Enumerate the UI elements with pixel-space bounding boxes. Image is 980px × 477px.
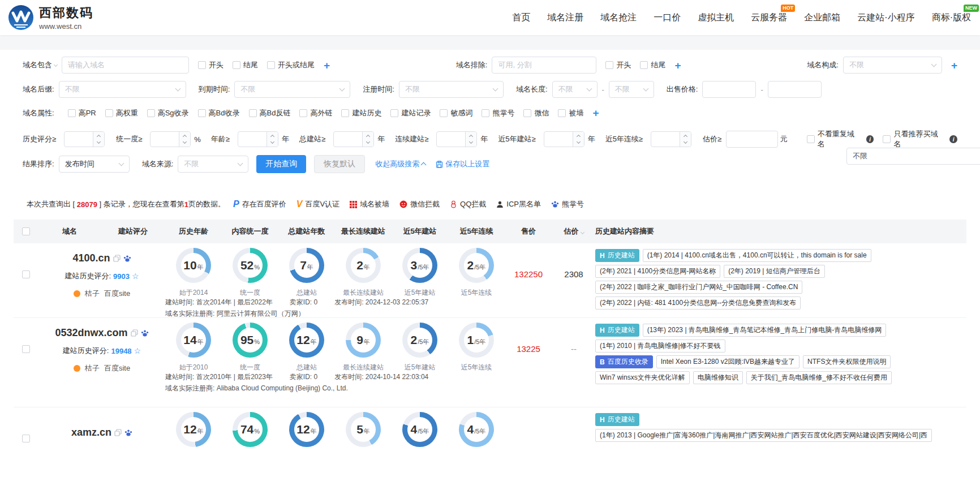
summary-tag[interactable]: Win7 winsxs文件夹优化详解 [595, 371, 690, 384]
domain-name[interactable]: 4100.cn [72, 252, 110, 264]
domain-attr-checkbox[interactable]: 高Sg收录 [147, 108, 189, 118]
price-min-input[interactable] [702, 81, 756, 98]
row-checkbox[interactable] [22, 270, 30, 278]
number-spinner-input[interactable] [544, 131, 584, 147]
nav-item-7[interactable]: 企业邮箱 [804, 12, 840, 24]
domain-attr-checkbox[interactable]: 高Bd收录 [198, 108, 240, 118]
collapse-advanced-search-link[interactable]: 收起高级搜索 [375, 159, 425, 169]
domain-compose-select[interactable]: 不限 [843, 57, 942, 74]
domain-exclude-input[interactable]: 可用, 分割 [492, 57, 596, 74]
domain-length-min-select[interactable]: 不限 [552, 81, 598, 98]
column-header-10[interactable]: 估价 [552, 226, 595, 237]
spinner-arrows[interactable] [179, 132, 190, 147]
summary-tag[interactable]: (13年) 2023 | 青岛电脑维修_青岛笔记本维修_青岛上门修电脑-青岛电脑… [643, 324, 887, 337]
summary-tag[interactable]: (1年) 2014 | 4100.cn域名出售，4100.cn可以转让，this… [643, 249, 871, 262]
add-exclude-condition-button[interactable]: + [674, 60, 681, 71]
domain-attr-checkbox[interactable]: 高外链 [299, 108, 332, 118]
estimate-min-input[interactable] [726, 131, 778, 148]
contains-position-checkbox[interactable]: 开头或结尾 [267, 60, 315, 70]
add-contains-condition-button[interactable]: + [324, 60, 330, 71]
domain-length-max-select[interactable]: 不限 [609, 81, 654, 98]
result-sort-select[interactable]: 发布时间 [59, 156, 130, 173]
nav-item-6[interactable]: 云服务器HOT [751, 12, 787, 24]
price-max-input[interactable] [768, 81, 822, 98]
summary-tag[interactable]: (2年) 2022 | 内链: 481 4100分类信息网--分类信息免费查询和… [595, 296, 801, 310]
spinner-arrows[interactable] [267, 132, 278, 147]
hide-duplicate-domains-checkbox[interactable]: 不看重复域名i [807, 129, 874, 149]
add-attr-condition-button[interactable]: + [592, 108, 599, 118]
domain-suffix-select[interactable]: 不限 [59, 81, 186, 98]
domain-attr-checkbox[interactable]: 高权重 [105, 108, 138, 118]
domain-attr-checkbox[interactable]: 微信 [523, 108, 549, 118]
nav-item-8[interactable]: 云建站·小程序 [857, 12, 914, 24]
summary-tag[interactable]: 电脑维修知识 [693, 371, 743, 384]
baidu-paw-icon[interactable] [141, 329, 149, 337]
domain-name[interactable]: xamz.cn [71, 427, 111, 439]
nav-item-9[interactable]: 商标·版权NEW [932, 12, 971, 24]
domain-attr-checkbox[interactable]: 熊掌号 [482, 108, 514, 118]
juzi-link[interactable]: 桔子 [85, 363, 100, 373]
row-checkbox[interactable] [22, 435, 30, 442]
exclude-position-checkbox[interactable]: 开头 [605, 60, 631, 70]
spinner-arrows[interactable] [465, 132, 476, 147]
summary-tag[interactable]: (1年) 2013 | Google推广|富海360推广|海南网推广|西安网站推… [595, 429, 932, 442]
baidu-site-link[interactable]: 百度site [104, 363, 130, 373]
contains-position-checkbox[interactable]: 开头 [198, 60, 223, 70]
add-compose-condition-button[interactable]: + [951, 60, 957, 71]
nav-item-5[interactable]: 虚拟主机 [698, 12, 734, 24]
domain-attr-checkbox[interactable]: 建站记录 [390, 108, 431, 118]
number-spinner-input[interactable] [64, 131, 105, 147]
contains-label[interactable]: 域名包含 [23, 60, 57, 70]
summary-tag[interactable]: 关于我们_青岛电脑维修_修不好不收任何费用 [746, 371, 892, 384]
nav-item-3[interactable]: 域名抢注 [600, 12, 637, 24]
domain-attr-checkbox[interactable]: 高Bd反链 [249, 108, 291, 118]
nav-item-1[interactable]: 首页 [512, 12, 530, 24]
summary-tag[interactable]: (2年) 2022 | 咖啡之家_咖啡行业门户网站_中国咖啡网 - Coffee… [595, 281, 802, 294]
right-filter-select[interactable]: 不限 [846, 148, 980, 165]
register-time-select[interactable]: 不限 [399, 81, 504, 98]
exclude-position-checkbox[interactable]: 结尾 [640, 60, 665, 70]
baidu-paw-icon[interactable] [124, 429, 132, 437]
number-spinner-input[interactable] [238, 131, 278, 147]
row-checkbox[interactable] [22, 345, 30, 353]
domain-attr-checkbox[interactable]: 建站历史 [341, 108, 381, 118]
domain-attr-checkbox[interactable]: 高PR [68, 108, 96, 118]
number-spinner-input[interactable] [150, 131, 191, 147]
domain-attr-checkbox[interactable]: 被墙 [558, 108, 583, 118]
domain-contains-input[interactable]: 请输入域名 [62, 57, 189, 74]
favorite-star-icon[interactable]: ☆ [134, 346, 141, 355]
select-all-checkbox[interactable] [22, 227, 30, 235]
copy-icon[interactable] [113, 255, 121, 262]
number-spinner-input[interactable] [651, 131, 691, 147]
nav-item-4[interactable]: 一口价 [654, 12, 681, 24]
summary-tag[interactable]: (2年) 2019 | 短信商户管理后台 [724, 265, 824, 278]
baidu-site-link[interactable]: 百度site [104, 289, 130, 299]
number-spinner-input[interactable] [333, 131, 374, 147]
expire-time-select[interactable]: 不限 [234, 81, 350, 98]
copy-icon[interactable] [114, 429, 122, 436]
juzi-link[interactable]: 桔子 [85, 289, 100, 299]
spinner-arrows[interactable] [93, 132, 104, 147]
summary-tag[interactable]: NTFS文件夹权限使用说明 [803, 355, 891, 368]
favorite-star-icon[interactable]: ☆ [132, 272, 139, 281]
score-value: 9903 [113, 272, 130, 281]
summary-tag[interactable]: Intel Xeon E3-1280 v2回顾:IVB越来越专业了 [656, 355, 800, 368]
spinner-arrows[interactable] [362, 132, 373, 147]
nav-item-2[interactable]: 域名注册 [547, 12, 583, 24]
spinner-arrows[interactable] [573, 132, 584, 147]
domain-name[interactable]: 0532dnwx.com [55, 327, 127, 339]
number-spinner-input[interactable] [436, 131, 477, 147]
brand-logo[interactable]: 西部数码 www.west.cn [8, 5, 93, 31]
summary-tag[interactable]: (1年) 2010 | 青岛电脑维修|修不好不要钱 [595, 340, 725, 353]
contains-position-checkbox[interactable]: 结尾 [233, 60, 258, 70]
baidu-paw-icon[interactable] [123, 255, 131, 263]
save-settings-link[interactable]: 保存以上设置 [436, 159, 489, 169]
domain-source-select[interactable]: 不限 [178, 156, 248, 173]
only-recommended-domains-checkbox[interactable]: 只看推荐买域名i [883, 129, 957, 149]
copy-icon[interactable] [131, 329, 138, 337]
spinner-arrows[interactable] [680, 132, 691, 147]
domain-attr-checkbox[interactable]: 敏感词 [440, 108, 472, 118]
start-query-button[interactable]: 开始查询 [256, 155, 306, 173]
reset-default-button[interactable]: 恢复默认 [314, 155, 365, 173]
summary-tag[interactable]: (2年) 2021 | 4100分类信息网-网站名称 [595, 265, 720, 278]
